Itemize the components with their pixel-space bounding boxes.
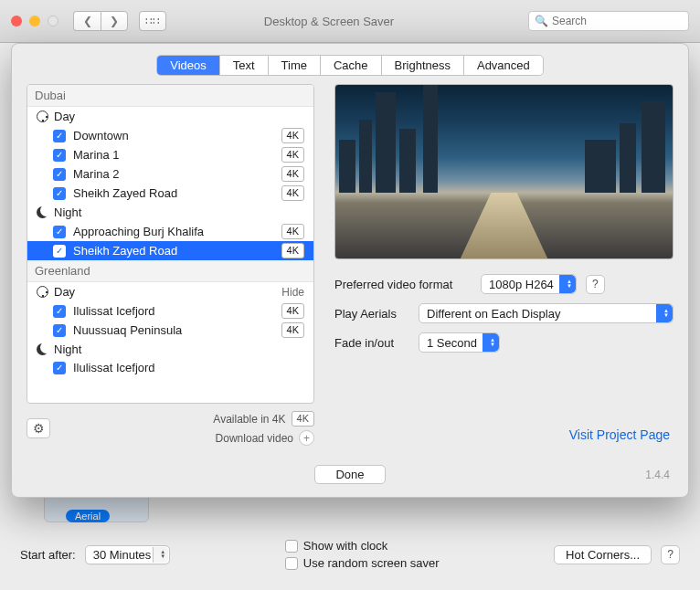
group-header-night[interactable]: Night bbox=[27, 340, 313, 359]
visit-project-link[interactable]: Visit Project Page bbox=[569, 427, 670, 442]
video-label: Downtown bbox=[73, 129, 129, 142]
video-item[interactable]: ✓Downtown4K bbox=[27, 126, 313, 145]
close-window-icon[interactable] bbox=[11, 16, 22, 26]
tab-time[interactable]: Time bbox=[269, 56, 321, 75]
gear-icon: ⚙ bbox=[33, 421, 45, 436]
group-label: Night bbox=[54, 205, 81, 219]
popup-arrows-icon: ▲▼ bbox=[663, 304, 669, 322]
video-checkbox[interactable]: ✓ bbox=[53, 168, 66, 181]
format-help-button[interactable]: ? bbox=[586, 275, 605, 294]
quality-badge: 4K bbox=[281, 322, 304, 338]
group-header-night[interactable]: Night bbox=[27, 203, 313, 222]
checkbox-icon bbox=[285, 540, 298, 553]
fade-value: 1 Second bbox=[427, 336, 477, 350]
quality-badge: 4K bbox=[281, 243, 304, 258]
video-item[interactable]: ✓Marina 14K bbox=[27, 145, 313, 164]
search-input[interactable] bbox=[552, 15, 683, 27]
video-list-options-button[interactable]: ⚙ bbox=[27, 418, 50, 438]
random-screensaver-checkbox[interactable]: Use random screen saver bbox=[285, 556, 440, 570]
quality-badge: 4K bbox=[281, 166, 304, 182]
tab-videos[interactable]: Videos bbox=[157, 56, 220, 75]
video-label: Sheikh Zayed Road bbox=[73, 186, 177, 200]
settings-tabs: VideosTextTimeCacheBrightnessAdvanced bbox=[12, 55, 688, 76]
video-label: Sheikh Zayed Road bbox=[73, 244, 177, 258]
sun-icon bbox=[37, 111, 48, 122]
video-label: Nuussuaq Peninsula bbox=[73, 323, 182, 337]
video-checkbox[interactable]: ✓ bbox=[53, 130, 66, 142]
video-checkbox[interactable]: ✓ bbox=[53, 305, 66, 318]
back-button[interactable]: ❮ bbox=[73, 11, 101, 31]
tab-brightness[interactable]: Brightness bbox=[382, 56, 464, 75]
video-item[interactable]: ✓Ilulissat Icefjord4K bbox=[27, 301, 313, 321]
video-preview bbox=[334, 84, 673, 259]
search-field[interactable]: 🔍 bbox=[528, 11, 689, 31]
video-item[interactable]: ✓Sheikh Zayed Road4K bbox=[27, 184, 313, 203]
video-checkbox[interactable]: ✓ bbox=[53, 362, 66, 374]
video-checkbox[interactable]: ✓ bbox=[53, 149, 66, 162]
format-label: Preferred video format bbox=[334, 278, 472, 291]
done-button[interactable]: Done bbox=[314, 465, 385, 484]
video-checkbox[interactable]: ✓ bbox=[53, 187, 66, 200]
video-label: Ilulissat Icefjord bbox=[73, 304, 155, 318]
tab-cache[interactable]: Cache bbox=[321, 56, 382, 75]
show-all-button[interactable]: ∷∷ bbox=[139, 11, 166, 31]
random-screensaver-label: Use random screen saver bbox=[303, 556, 440, 570]
video-item[interactable]: ✓Marina 24K bbox=[27, 164, 313, 184]
video-checkbox[interactable]: ✓ bbox=[53, 324, 66, 337]
moon-icon bbox=[37, 206, 48, 218]
hot-corners-button[interactable]: Hot Corners... bbox=[554, 545, 652, 564]
download-label: Download video bbox=[216, 432, 293, 445]
checkbox-icon bbox=[285, 557, 298, 570]
group-header-day[interactable]: DayHide bbox=[27, 282, 313, 301]
quality-badge: 4K bbox=[281, 147, 304, 163]
grid-icon: ∷∷ bbox=[145, 15, 160, 27]
version-label: 1.4.4 bbox=[645, 469, 670, 481]
popup-arrows-icon: ▲▼ bbox=[567, 275, 572, 293]
video-item[interactable]: ✓Ilulissat Icefjord bbox=[27, 359, 313, 376]
available-label: Available in 4K bbox=[213, 413, 285, 426]
region-header: Dubai bbox=[27, 85, 313, 107]
group-hide-button[interactable]: Hide bbox=[281, 286, 304, 299]
sun-icon bbox=[37, 286, 48, 298]
fade-label: Fade in/out bbox=[334, 336, 409, 350]
video-item[interactable]: ✓Sheikh Zayed Road4K bbox=[27, 241, 313, 260]
popup-arrows-icon: ▲▼ bbox=[160, 546, 165, 564]
show-with-clock-checkbox[interactable]: Show with clock bbox=[285, 539, 440, 553]
fade-popup[interactable]: 1 Second ▲▼ bbox=[419, 332, 500, 353]
video-item[interactable]: ✓Nuussuaq Peninsula4K bbox=[27, 321, 313, 340]
aerial-settings-sheet: VideosTextTimeCacheBrightnessAdvanced Du… bbox=[11, 43, 689, 498]
video-list[interactable]: DubaiDay✓Downtown4K✓Marina 14K✓Marina 24… bbox=[27, 84, 314, 404]
video-label: Ilulissat Icefjord bbox=[73, 361, 155, 374]
forward-button[interactable]: ❯ bbox=[101, 11, 128, 31]
available-badge: 4K bbox=[292, 411, 314, 427]
start-after-popup[interactable]: 30 Minutes ▲▼ bbox=[85, 545, 171, 564]
nav-buttons: ❮ ❯ bbox=[73, 11, 128, 31]
show-with-clock-label: Show with clock bbox=[303, 539, 387, 553]
format-popup[interactable]: 1080p H264 ▲▼ bbox=[481, 274, 577, 294]
minimize-window-icon[interactable] bbox=[29, 16, 40, 26]
quality-badge: 4K bbox=[281, 185, 304, 201]
popup-arrows-icon: ▲▼ bbox=[490, 333, 495, 352]
format-value: 1080p H264 bbox=[489, 278, 554, 291]
video-checkbox[interactable]: ✓ bbox=[53, 226, 66, 238]
video-label: Marina 1 bbox=[73, 148, 120, 162]
video-item[interactable]: ✓Approaching Burj Khalifa4K bbox=[27, 222, 313, 241]
plus-icon: + bbox=[303, 432, 310, 445]
screensaver-name-badge: Aerial bbox=[66, 510, 110, 522]
region-header: Greenland bbox=[27, 260, 313, 282]
traffic-lights bbox=[11, 16, 58, 26]
video-checkbox[interactable]: ✓ bbox=[53, 245, 66, 258]
quality-badge: 4K bbox=[281, 128, 304, 143]
tab-advanced[interactable]: Advanced bbox=[464, 56, 543, 75]
start-after-label: Start after: bbox=[20, 548, 76, 562]
help-button[interactable]: ? bbox=[661, 545, 680, 564]
tab-text[interactable]: Text bbox=[220, 56, 269, 75]
play-value: Different on Each Display bbox=[427, 307, 560, 321]
start-after-value: 30 Minutes bbox=[93, 548, 152, 562]
zoom-window-icon bbox=[48, 16, 58, 26]
group-header-day[interactable]: Day bbox=[27, 107, 313, 126]
play-popup[interactable]: Different on Each Display ▲▼ bbox=[419, 303, 673, 323]
download-button[interactable]: + bbox=[299, 430, 314, 446]
search-icon: 🔍 bbox=[535, 15, 548, 27]
quality-badge: 4K bbox=[281, 224, 304, 239]
